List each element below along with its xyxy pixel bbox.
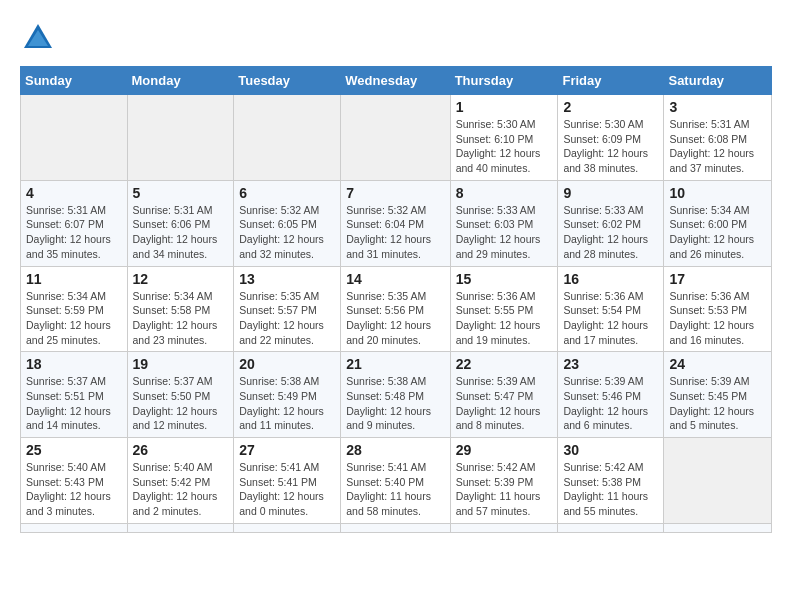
calendar-cell: 25Sunrise: 5:40 AMSunset: 5:43 PMDayligh… (21, 438, 128, 524)
page-header (20, 20, 772, 56)
calendar-cell: 16Sunrise: 5:36 AMSunset: 5:54 PMDayligh… (558, 266, 664, 352)
calendar-table: SundayMondayTuesdayWednesdayThursdayFrid… (20, 66, 772, 533)
calendar-week-row (21, 523, 772, 532)
empty-cell (21, 95, 128, 181)
day-number: 12 (133, 271, 229, 287)
calendar-cell: 24Sunrise: 5:39 AMSunset: 5:45 PMDayligh… (664, 352, 772, 438)
day-number: 23 (563, 356, 658, 372)
day-detail: Sunrise: 5:32 AMSunset: 6:05 PMDaylight:… (239, 204, 324, 260)
empty-cell (450, 523, 558, 532)
calendar-cell: 19Sunrise: 5:37 AMSunset: 5:50 PMDayligh… (127, 352, 234, 438)
day-number: 2 (563, 99, 658, 115)
day-number: 10 (669, 185, 766, 201)
empty-cell (341, 523, 450, 532)
day-number: 6 (239, 185, 335, 201)
day-number: 25 (26, 442, 122, 458)
day-number: 19 (133, 356, 229, 372)
day-detail: Sunrise: 5:31 AMSunset: 6:07 PMDaylight:… (26, 204, 111, 260)
day-detail: Sunrise: 5:39 AMSunset: 5:46 PMDaylight:… (563, 375, 648, 431)
day-number: 1 (456, 99, 553, 115)
calendar-cell: 5Sunrise: 5:31 AMSunset: 6:06 PMDaylight… (127, 180, 234, 266)
calendar-cell: 27Sunrise: 5:41 AMSunset: 5:41 PMDayligh… (234, 438, 341, 524)
calendar-cell: 6Sunrise: 5:32 AMSunset: 6:05 PMDaylight… (234, 180, 341, 266)
calendar-week-row: 25Sunrise: 5:40 AMSunset: 5:43 PMDayligh… (21, 438, 772, 524)
calendar-cell: 10Sunrise: 5:34 AMSunset: 6:00 PMDayligh… (664, 180, 772, 266)
day-detail: Sunrise: 5:40 AMSunset: 5:43 PMDaylight:… (26, 461, 111, 517)
calendar-header-row: SundayMondayTuesdayWednesdayThursdayFrid… (21, 67, 772, 95)
calendar-cell: 30Sunrise: 5:42 AMSunset: 5:38 PMDayligh… (558, 438, 664, 524)
empty-cell (21, 523, 128, 532)
calendar-week-row: 1Sunrise: 5:30 AMSunset: 6:10 PMDaylight… (21, 95, 772, 181)
day-number: 18 (26, 356, 122, 372)
day-detail: Sunrise: 5:36 AMSunset: 5:54 PMDaylight:… (563, 290, 648, 346)
logo (20, 20, 60, 56)
calendar-cell: 29Sunrise: 5:42 AMSunset: 5:39 PMDayligh… (450, 438, 558, 524)
day-detail: Sunrise: 5:34 AMSunset: 5:59 PMDaylight:… (26, 290, 111, 346)
day-number: 30 (563, 442, 658, 458)
day-number: 20 (239, 356, 335, 372)
day-number: 17 (669, 271, 766, 287)
day-number: 21 (346, 356, 444, 372)
calendar-cell: 7Sunrise: 5:32 AMSunset: 6:04 PMDaylight… (341, 180, 450, 266)
day-detail: Sunrise: 5:31 AMSunset: 6:06 PMDaylight:… (133, 204, 218, 260)
day-detail: Sunrise: 5:37 AMSunset: 5:50 PMDaylight:… (133, 375, 218, 431)
calendar-cell: 18Sunrise: 5:37 AMSunset: 5:51 PMDayligh… (21, 352, 128, 438)
calendar-cell: 15Sunrise: 5:36 AMSunset: 5:55 PMDayligh… (450, 266, 558, 352)
col-header-thursday: Thursday (450, 67, 558, 95)
calendar-cell: 13Sunrise: 5:35 AMSunset: 5:57 PMDayligh… (234, 266, 341, 352)
day-number: 26 (133, 442, 229, 458)
calendar-cell: 28Sunrise: 5:41 AMSunset: 5:40 PMDayligh… (341, 438, 450, 524)
day-detail: Sunrise: 5:34 AMSunset: 6:00 PMDaylight:… (669, 204, 754, 260)
calendar-cell: 4Sunrise: 5:31 AMSunset: 6:07 PMDaylight… (21, 180, 128, 266)
day-detail: Sunrise: 5:30 AMSunset: 6:09 PMDaylight:… (563, 118, 648, 174)
day-detail: Sunrise: 5:36 AMSunset: 5:55 PMDaylight:… (456, 290, 541, 346)
day-detail: Sunrise: 5:34 AMSunset: 5:58 PMDaylight:… (133, 290, 218, 346)
day-detail: Sunrise: 5:33 AMSunset: 6:02 PMDaylight:… (563, 204, 648, 260)
day-detail: Sunrise: 5:42 AMSunset: 5:38 PMDaylight:… (563, 461, 648, 517)
empty-cell (127, 95, 234, 181)
calendar-cell: 2Sunrise: 5:30 AMSunset: 6:09 PMDaylight… (558, 95, 664, 181)
calendar-cell: 14Sunrise: 5:35 AMSunset: 5:56 PMDayligh… (341, 266, 450, 352)
empty-cell (664, 438, 772, 524)
calendar-cell: 20Sunrise: 5:38 AMSunset: 5:49 PMDayligh… (234, 352, 341, 438)
day-number: 29 (456, 442, 553, 458)
empty-cell (234, 95, 341, 181)
day-number: 11 (26, 271, 122, 287)
empty-cell (664, 523, 772, 532)
col-header-wednesday: Wednesday (341, 67, 450, 95)
day-number: 27 (239, 442, 335, 458)
day-number: 14 (346, 271, 444, 287)
calendar-cell: 21Sunrise: 5:38 AMSunset: 5:48 PMDayligh… (341, 352, 450, 438)
day-detail: Sunrise: 5:39 AMSunset: 5:45 PMDaylight:… (669, 375, 754, 431)
col-header-friday: Friday (558, 67, 664, 95)
calendar-week-row: 18Sunrise: 5:37 AMSunset: 5:51 PMDayligh… (21, 352, 772, 438)
col-header-sunday: Sunday (21, 67, 128, 95)
day-detail: Sunrise: 5:31 AMSunset: 6:08 PMDaylight:… (669, 118, 754, 174)
day-number: 5 (133, 185, 229, 201)
calendar-cell: 9Sunrise: 5:33 AMSunset: 6:02 PMDaylight… (558, 180, 664, 266)
day-detail: Sunrise: 5:36 AMSunset: 5:53 PMDaylight:… (669, 290, 754, 346)
day-detail: Sunrise: 5:30 AMSunset: 6:10 PMDaylight:… (456, 118, 541, 174)
calendar-cell: 23Sunrise: 5:39 AMSunset: 5:46 PMDayligh… (558, 352, 664, 438)
day-detail: Sunrise: 5:41 AMSunset: 5:40 PMDaylight:… (346, 461, 431, 517)
calendar-cell: 26Sunrise: 5:40 AMSunset: 5:42 PMDayligh… (127, 438, 234, 524)
day-number: 28 (346, 442, 444, 458)
day-detail: Sunrise: 5:39 AMSunset: 5:47 PMDaylight:… (456, 375, 541, 431)
day-number: 7 (346, 185, 444, 201)
empty-cell (234, 523, 341, 532)
day-detail: Sunrise: 5:40 AMSunset: 5:42 PMDaylight:… (133, 461, 218, 517)
col-header-tuesday: Tuesday (234, 67, 341, 95)
calendar-cell: 11Sunrise: 5:34 AMSunset: 5:59 PMDayligh… (21, 266, 128, 352)
calendar-cell: 8Sunrise: 5:33 AMSunset: 6:03 PMDaylight… (450, 180, 558, 266)
day-number: 9 (563, 185, 658, 201)
day-number: 24 (669, 356, 766, 372)
calendar-cell: 22Sunrise: 5:39 AMSunset: 5:47 PMDayligh… (450, 352, 558, 438)
empty-cell (127, 523, 234, 532)
col-header-saturday: Saturday (664, 67, 772, 95)
day-number: 13 (239, 271, 335, 287)
day-detail: Sunrise: 5:35 AMSunset: 5:57 PMDaylight:… (239, 290, 324, 346)
calendar-week-row: 4Sunrise: 5:31 AMSunset: 6:07 PMDaylight… (21, 180, 772, 266)
day-detail: Sunrise: 5:33 AMSunset: 6:03 PMDaylight:… (456, 204, 541, 260)
calendar-cell: 1Sunrise: 5:30 AMSunset: 6:10 PMDaylight… (450, 95, 558, 181)
day-detail: Sunrise: 5:32 AMSunset: 6:04 PMDaylight:… (346, 204, 431, 260)
